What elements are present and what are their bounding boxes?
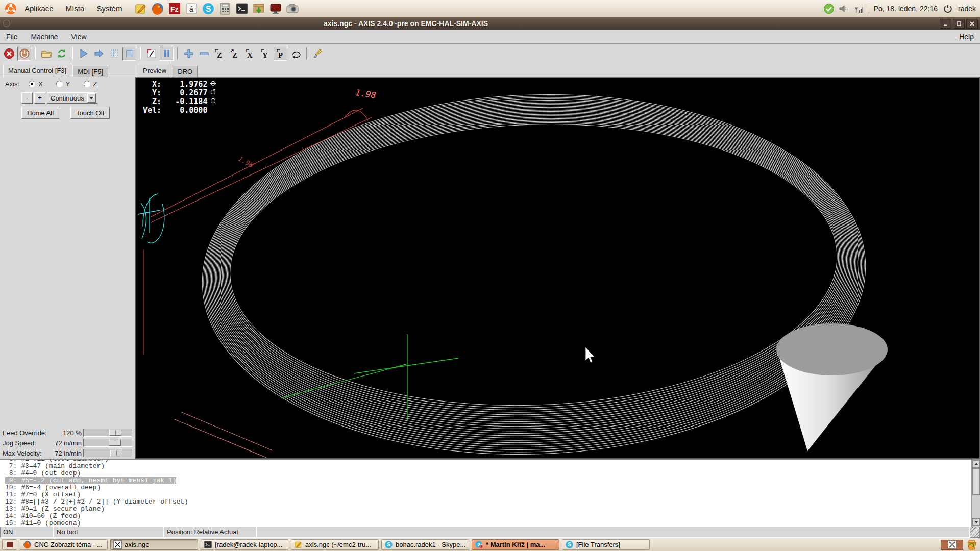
calculator-icon[interactable] — [218, 2, 232, 15]
filezilla-icon[interactable]: Fz — [168, 2, 181, 15]
open-file-button[interactable] — [39, 47, 53, 61]
touch-off-button[interactable]: Touch Off — [70, 107, 110, 119]
menu-help[interactable]: Help — [959, 33, 974, 41]
mouse-cursor — [585, 347, 595, 363]
slider-handle[interactable] — [109, 440, 121, 446]
close-button[interactable] — [966, 19, 978, 29]
gcode-line[interactable]: 14: #10=60 (Z feed) — [5, 513, 81, 520]
trash-icon[interactable] — [966, 539, 978, 550]
gedit-icon[interactable] — [134, 2, 148, 15]
show-desktop-button[interactable] — [2, 539, 17, 550]
gnome-menu-system[interactable]: Systém — [91, 2, 127, 15]
svg-text:X: X — [247, 51, 253, 59]
task-file-transfers[interactable]: S[File Transfers] — [562, 539, 650, 550]
reload-file-button[interactable] — [55, 47, 68, 61]
skip-lines-toggle[interactable] — [144, 47, 158, 61]
axis-radio-z[interactable]: Z — [84, 80, 97, 88]
charmap-icon[interactable]: á — [185, 2, 198, 15]
tab-preview[interactable]: Preview — [138, 64, 172, 77]
top-view-button[interactable]: Z — [212, 47, 226, 61]
slider-trough[interactable] — [83, 439, 132, 447]
gnome-menu-places[interactable]: Místa — [61, 2, 90, 15]
task-axis-ngc[interactable]: axis.ngc — [110, 539, 198, 550]
front-view-button[interactable]: Y — [258, 47, 272, 61]
side-view-button[interactable]: X — [243, 47, 257, 61]
jog-plus-button[interactable]: + — [34, 92, 45, 104]
optional-pause-toggle[interactable] — [160, 47, 174, 61]
menu-view[interactable]: View — [71, 33, 87, 41]
zoom-out-button[interactable] — [197, 47, 211, 61]
pause-program-button[interactable] — [107, 47, 121, 61]
gcode-line[interactable]: 13: #9=1 (Z secure plane) — [5, 506, 105, 513]
titlebar[interactable]: axis.ngc - AXIS 2.4.0~pre on EMC-HAL-SIM… — [0, 17, 980, 30]
scroll-down-arrow[interactable] — [972, 518, 980, 526]
gedit-icon — [294, 540, 303, 549]
ubuntu-logo-icon[interactable] — [4, 2, 17, 15]
task-martin-k-ma[interactable]: S* Martin Kříž | ma... — [472, 539, 559, 550]
task-cnc-zobrazit-t-ma[interactable]: CNC Zobrazit téma - ... — [20, 539, 108, 550]
screenshot-camera-icon[interactable] — [286, 2, 299, 15]
rotated-top-view-button[interactable]: Z — [228, 47, 241, 61]
workspace-switcher[interactable] — [941, 540, 963, 550]
volume-muted-icon[interactable] — [838, 3, 849, 14]
gcode-line[interactable]: 7: #3=47 (main diameter) — [5, 463, 105, 470]
menu-file[interactable]: File — [6, 33, 18, 41]
network-signal-icon[interactable] — [853, 3, 864, 14]
perspective-view-button[interactable]: P — [274, 47, 287, 61]
gcode-line[interactable]: 15: #11=0 (pomocna) — [5, 520, 81, 527]
minimize-button[interactable] — [940, 19, 951, 29]
firefox-icon[interactable] — [151, 2, 164, 15]
jog-mode-dropdown[interactable]: Continuous — [47, 92, 97, 104]
task-label: [radek@radek-laptop... — [215, 541, 282, 548]
stop-program-button[interactable] — [122, 47, 136, 61]
clock[interactable]: Po, 18. leden, 22:16 — [874, 5, 938, 13]
maximize-button[interactable] — [953, 19, 965, 29]
run-step-button[interactable] — [92, 47, 106, 61]
skype-alert-icon: S — [475, 540, 483, 549]
slider-trough[interactable] — [83, 449, 132, 457]
toolbar: ZZXYP — [0, 44, 980, 63]
machine-power-button[interactable] — [17, 47, 31, 61]
scroll-up-arrow[interactable] — [972, 460, 980, 468]
quit-power-icon[interactable] — [942, 3, 953, 14]
task-bohac-radek1-skype[interactable]: Sbohac.radek1 - Skype... — [381, 539, 469, 550]
gnome-panel-right: Po, 18. leden, 22:16 radek — [823, 3, 976, 14]
gcode-line[interactable]: 12: #8=[[#3 / 2]+[#2 / 2]] (Y diameter o… — [5, 498, 188, 506]
jog-minus-button[interactable]: - — [21, 92, 33, 104]
user-menu[interactable]: radek — [958, 5, 976, 13]
gcode-line[interactable]: 11: #7=0 (X offset) — [5, 491, 81, 498]
estop-button[interactable] — [2, 47, 16, 61]
zoom-in-button[interactable] — [182, 47, 195, 61]
clear-plot-button[interactable] — [311, 47, 325, 61]
home-all-button[interactable]: Home All — [21, 107, 59, 119]
menu-machine[interactable]: Machine — [31, 33, 58, 41]
gcode-line[interactable]: 10: #6=-4 (overall deep) — [5, 484, 101, 491]
slider-trough[interactable] — [83, 429, 132, 437]
display-settings-icon[interactable] — [269, 2, 282, 15]
gcode-scrollbar[interactable] — [971, 460, 980, 527]
svg-text:á: á — [189, 5, 193, 13]
tab-manual-control-f3[interactable]: Manual Control [F3] — [3, 64, 71, 77]
task-axis-ngc-emc2-tru[interactable]: axis.ngc (~/emc2-tru... — [291, 539, 379, 550]
update-ok-icon[interactable] — [823, 3, 835, 14]
gcode-lines: 6: #2=.12 (tool diameter) 7: #3=47 (main… — [0, 459, 980, 527]
skype-icon[interactable]: S — [202, 2, 215, 15]
resize-grip[interactable] — [970, 527, 980, 538]
axis-radio-x[interactable]: X — [29, 80, 43, 88]
gcode-line[interactable]: 9: #5=-.2 (cut add, nesmí být menší jak … — [5, 477, 176, 484]
slider-handle[interactable] — [110, 450, 122, 456]
package-installer-icon[interactable] — [252, 2, 265, 15]
rotate-view-button[interactable] — [289, 47, 303, 61]
run-program-button[interactable] — [77, 47, 90, 61]
scrollbar-thumb[interactable] — [972, 468, 980, 495]
slider-handle[interactable] — [109, 430, 121, 436]
tab-mdi-f5[interactable]: MDI [F5] — [72, 66, 108, 77]
task-radek-radek-laptop[interactable]: [radek@radek-laptop... — [201, 539, 288, 550]
gcode-line[interactable]: 8: #4=0 (cut deep) — [5, 470, 81, 477]
terminal-icon[interactable] — [235, 2, 249, 15]
gcode-listing[interactable]: 6: #2=.12 (tool diameter) 7: #3=47 (main… — [0, 459, 980, 527]
tab-dro[interactable]: DRO — [173, 66, 198, 77]
preview-canvas[interactable]: X: 1.9762 Y: 0.2677 Z: -0.1184Vel: 0.000… — [135, 77, 980, 459]
gnome-menu-applications[interactable]: Aplikace — [19, 2, 59, 15]
axis-radio-y[interactable]: Y — [56, 80, 70, 88]
